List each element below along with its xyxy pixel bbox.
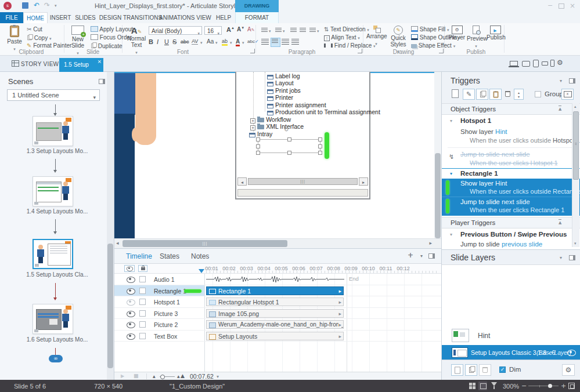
highlight-color-button[interactable]: ab: [222, 38, 228, 46]
layer-row-base-selected[interactable]: Setup Layouts Classic 3.1.8 - 6 (Base La…: [442, 345, 580, 360]
save-icon[interactable]: [22, 2, 28, 9]
text-direction-button[interactable]: ⇅ Text Direction: [324, 26, 369, 32]
tab-transitions[interactable]: TRANSITIONS: [123, 12, 159, 23]
layer-properties-button[interactable]: [562, 364, 575, 376]
window-scrollbar-thumb[interactable]: |||: [248, 178, 358, 185]
line-spacing-icon[interactable]: [309, 28, 316, 33]
new-layer-button[interactable]: [451, 364, 463, 376]
layer-row-hint[interactable]: Hint: [442, 328, 580, 345]
lock-checkbox[interactable]: [139, 333, 146, 339]
scene-selector-dropdown[interactable]: 1 Untitled Scene: [7, 89, 100, 101]
story-view-button-icon[interactable]: [469, 383, 475, 389]
canvas-vscrollbar[interactable]: [434, 72, 441, 238]
resize-handle[interactable]: [256, 151, 260, 155]
paste-trigger-button[interactable]: [489, 89, 502, 100]
bar-expand-icon[interactable]: [338, 311, 341, 317]
paste-button[interactable]: Paste: [5, 26, 24, 51]
zoom-in-icon[interactable]: [561, 382, 566, 390]
numbering-dropdown-icon[interactable]: [283, 29, 285, 34]
triggers-scrollbar[interactable]: ≡: [572, 103, 579, 247]
duration-caret-icon[interactable]: [217, 374, 219, 379]
delete-trigger-button[interactable]: [505, 91, 510, 97]
font-color-dropdown-icon[interactable]: [242, 41, 244, 45]
bold-button[interactable]: B: [149, 38, 153, 45]
lock-checkbox[interactable]: [139, 288, 146, 294]
lock-checkbox[interactable]: [139, 310, 146, 317]
timeline-bar[interactable]: Image 105.png: [206, 309, 344, 318]
tab-insert[interactable]: INSERT: [48, 12, 73, 23]
dim-checkbox-checked[interactable]: [499, 366, 506, 373]
slide-layers-caret-icon[interactable]: [560, 255, 562, 260]
tab-story-view[interactable]: STORY VIEW: [12, 60, 59, 67]
edit-trigger-button[interactable]: [463, 89, 475, 100]
resize-handle[interactable]: [318, 137, 322, 141]
resize-handle[interactable]: [287, 137, 291, 141]
resize-handle[interactable]: [287, 151, 291, 155]
strikethrough-button[interactable]: abc: [181, 39, 189, 45]
cut-button[interactable]: Cut: [27, 26, 42, 32]
rectangle-group-collapse-icon[interactable]: [450, 171, 452, 176]
zoom-slider-handle[interactable]: [548, 384, 552, 388]
tab-close-icon[interactable]: [97, 55, 102, 68]
tree-item[interactable]: Printer: [267, 94, 293, 102]
lock-checkbox[interactable]: [139, 276, 146, 282]
create-trigger-button[interactable]: [452, 89, 459, 98]
decrease-indent-icon[interactable]: [290, 28, 297, 33]
eye-icon-dimmed[interactable]: [127, 299, 135, 306]
tab-format[interactable]: FORMAT: [235, 12, 279, 23]
triggers-dock-icon[interactable]: [569, 78, 575, 84]
resize-handle[interactable]: [318, 144, 322, 148]
copy-trigger-button[interactable]: [476, 89, 488, 100]
change-case-button[interactable]: Aa: [207, 38, 214, 45]
collapse-all-icon[interactable]: [559, 219, 561, 225]
expand-icon[interactable]: [250, 125, 255, 130]
timeline-row-hotspot[interactable]: Hotspot 1 Rectangular Hotspot 1: [114, 296, 441, 308]
quick-access-dropdown-icon[interactable]: [55, 3, 57, 8]
timeline-pan-icon[interactable]: [408, 251, 413, 259]
show-hide-all-button[interactable]: [124, 265, 135, 272]
window-scroll-right-button[interactable]: [359, 177, 368, 186]
panel-dock-icon[interactable]: [99, 79, 105, 84]
change-case-dropdown-icon[interactable]: [215, 41, 218, 45]
lock-all-button[interactable]: [138, 265, 147, 272]
align-right-button[interactable]: [282, 39, 289, 45]
align-center-button[interactable]: [271, 38, 280, 47]
font-family-combobox[interactable]: Arial (Body): [149, 26, 202, 35]
playhead[interactable]: [199, 269, 204, 273]
timeline-row-rectangle1-selected[interactable]: Rectangle 1 Rectangle 1: [114, 285, 441, 297]
tablet-portrait-icon[interactable]: [533, 60, 539, 67]
trigger-disabled-jump-next[interactable]: Jump to slide next slide: [460, 151, 530, 158]
bar-expand-icon[interactable]: [338, 333, 341, 339]
paragraph-dialog-launcher[interactable]: [358, 49, 362, 53]
canvas-scroll-right-icon[interactable]: [429, 240, 432, 246]
resize-handle[interactable]: [256, 137, 260, 141]
tab-slides[interactable]: SLIDES: [73, 12, 98, 23]
align-left-button[interactable]: [261, 39, 269, 45]
trigger-show-layer-hint-rectangle-selected[interactable]: Show layer Hint When the user clicks out…: [442, 179, 580, 197]
canvas-hscrollbar[interactable]: |||: [114, 238, 441, 248]
trigger-jump-next-slide-selected[interactable]: Jump to slide next slide When the user c…: [442, 197, 580, 216]
preview-settings-gear-icon[interactable]: [557, 59, 563, 67]
layer-visibility-eye-icon[interactable]: [567, 350, 576, 356]
justify-button[interactable]: [291, 39, 299, 45]
play-button[interactable]: [121, 373, 124, 379]
resize-handle[interactable]: [318, 151, 322, 155]
italic-button[interactable]: I: [157, 38, 158, 45]
triggers-scrollbar-thumb[interactable]: ≡: [573, 111, 579, 180]
tab-view[interactable]: VIEW: [194, 12, 214, 23]
tab-timeline[interactable]: Timeline: [126, 252, 152, 260]
scroll-down-icon[interactable]: [574, 241, 577, 246]
align-text-button[interactable]: ↕ Align Text: [324, 34, 360, 41]
tree-folder[interactable]: XML Interface: [250, 123, 304, 130]
canvas-scroll-left-icon[interactable]: [116, 240, 119, 246]
spelling-button[interactable]: abc: [247, 39, 259, 44]
manage-variables-button[interactable]: x: [561, 89, 574, 100]
selected-rectangle[interactable]: [258, 139, 320, 153]
duplicate-layer-button[interactable]: [465, 364, 477, 376]
timeline-bar[interactable]: Rectangular Hotspot 1: [206, 297, 344, 306]
publish-button[interactable]: Publish: [487, 26, 504, 51]
bar-expand-icon[interactable]: [338, 299, 341, 305]
scene-link-icon[interactable]: [49, 355, 63, 362]
timeline-row-audio[interactable]: Audio 1 End: [114, 274, 441, 285]
timeline-dock-icon[interactable]: [428, 253, 435, 259]
